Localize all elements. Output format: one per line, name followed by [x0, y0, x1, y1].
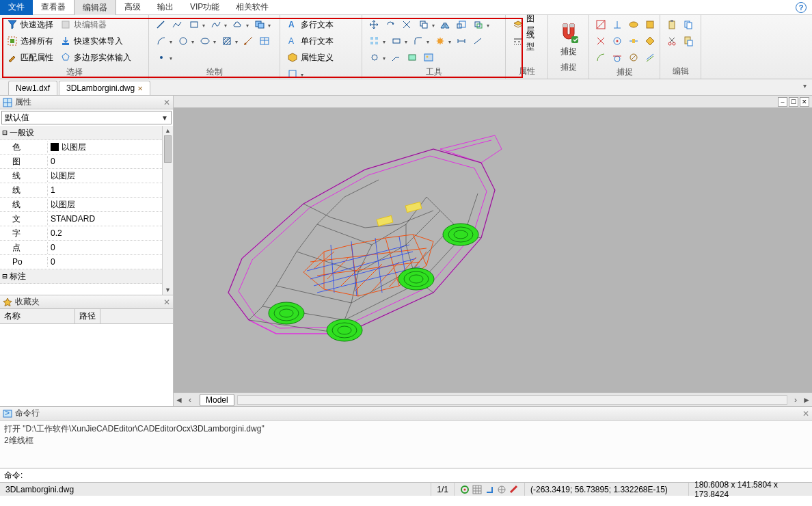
fav-col-path[interactable]: 路径: [75, 309, 100, 323]
snap-node[interactable]: [642, 17, 658, 32]
snap-qua[interactable]: [593, 34, 608, 49]
favorites-list[interactable]: [0, 324, 173, 406]
copy-tool[interactable]: ▾: [416, 17, 436, 32]
dim-linear-tool[interactable]: [454, 34, 469, 49]
fillet-tool[interactable]: ▾: [410, 34, 431, 49]
tab-close-icon[interactable]: ✕: [137, 85, 143, 92]
linetype-button[interactable]: 线型: [510, 34, 543, 49]
quick-import-button[interactable]: 快速实体导入: [57, 34, 134, 49]
snap-mid[interactable]: [610, 17, 625, 32]
menu-advanced[interactable]: 高级: [116, 0, 149, 15]
hatch-tool[interactable]: ▾: [219, 34, 239, 49]
tabs-overflow-button[interactable]: ▾: [803, 82, 807, 90]
ellipse-tool[interactable]: ▾: [197, 34, 217, 49]
cloud-tool[interactable]: ▾: [230, 17, 250, 32]
paste-button[interactable]: [664, 17, 679, 32]
command-input[interactable]: [23, 471, 808, 481]
osnap-toggle[interactable]: [460, 485, 470, 494]
trim-tool[interactable]: [399, 17, 414, 32]
region-tool[interactable]: ▾: [252, 17, 272, 32]
snap-tan[interactable]: [610, 50, 625, 65]
snap-int[interactable]: [610, 34, 625, 49]
dtext-button[interactable]: A单行文本: [284, 34, 336, 49]
cut-button[interactable]: [664, 34, 679, 49]
command-log[interactable]: 打开 "D:\工作软件\XunJieCADEditor\CADEditorOcx…: [0, 421, 812, 468]
menu-vip[interactable]: VIP功能: [182, 0, 228, 15]
move-tool[interactable]: [366, 17, 381, 32]
menu-file[interactable]: 文件: [0, 0, 33, 15]
properties-close-button[interactable]: ✕: [163, 98, 170, 107]
polyline-tool[interactable]: [170, 17, 185, 32]
viewport-minimize[interactable]: –: [778, 97, 787, 107]
point-tool[interactable]: ▾: [153, 50, 174, 65]
rect-tool[interactable]: ▾: [186, 17, 206, 32]
match-prop-button[interactable]: 匹配属性: [4, 50, 56, 65]
select-all-button[interactable]: 选择所有: [4, 34, 56, 49]
explode-tool[interactable]: ▾: [432, 34, 452, 49]
clip-paste-button[interactable]: [681, 34, 696, 49]
ortho-toggle[interactable]: [485, 485, 494, 494]
grid-toggle[interactable]: [472, 485, 482, 494]
dim-align-tool[interactable]: [470, 34, 485, 49]
menu-editor[interactable]: 编辑器: [74, 0, 116, 16]
snap-per[interactable]: [593, 50, 608, 65]
block-editor-button[interactable]: 块编辑器: [57, 17, 134, 32]
prop-row-textstyle[interactable]: 文STANDARD: [0, 212, 173, 226]
prop-row-linetype[interactable]: 线以图层: [0, 169, 173, 183]
help-icon[interactable]: ?: [796, 2, 807, 13]
poly-input-button[interactable]: 多边形实体输入: [57, 50, 134, 65]
prop-row-pointstyle[interactable]: Po0: [0, 255, 173, 269]
array-tool[interactable]: ▾: [366, 34, 387, 49]
attdef-button[interactable]: 属性定义: [284, 50, 336, 65]
prop-row-ltscale[interactable]: 线1: [0, 183, 173, 198]
scroll-up-arrow[interactable]: ▲: [163, 126, 173, 135]
tab-lamborgini[interactable]: 3DLamborgini.dwg✕: [59, 81, 150, 95]
block-tool[interactable]: [405, 50, 420, 65]
polar-toggle[interactable]: [497, 485, 506, 494]
model-viewport[interactable]: [174, 108, 812, 392]
clip-copy-button[interactable]: [681, 17, 696, 32]
stretch-tool[interactable]: ▾: [388, 34, 409, 49]
command-close-button[interactable]: ✕: [802, 409, 809, 418]
mirror-tool[interactable]: [437, 17, 452, 32]
snap-end[interactable]: [593, 17, 608, 32]
prop-row-color[interactable]: 色以图层: [0, 140, 173, 155]
scroll-down-arrow[interactable]: ▼: [163, 285, 173, 295]
prop-cat-annot[interactable]: ⊟标注: [0, 269, 173, 284]
layout-next2[interactable]: ►: [801, 395, 812, 405]
snap-ext[interactable]: [626, 34, 641, 49]
model-tab[interactable]: Model: [200, 394, 234, 406]
lwt-toggle[interactable]: [509, 485, 519, 494]
menu-output[interactable]: 输出: [149, 0, 182, 15]
viewport-hscroll[interactable]: [237, 395, 787, 405]
quick-select-button[interactable]: 快速选择: [4, 17, 56, 32]
menu-related[interactable]: 相关软件: [228, 0, 277, 15]
table-tool[interactable]: [257, 34, 272, 49]
snap-cen[interactable]: [626, 17, 641, 32]
rotate-tool[interactable]: [383, 17, 398, 32]
snap-toggle-button[interactable]: 捕捉: [552, 17, 585, 60]
menu-viewer[interactable]: 查看器: [33, 0, 74, 15]
fav-col-name[interactable]: 名称: [0, 309, 75, 323]
mtext-button[interactable]: A多行文本: [284, 17, 336, 32]
scroll-thumb[interactable]: [164, 135, 172, 163]
line-tool[interactable]: [153, 17, 168, 32]
circle-tool[interactable]: ▾: [175, 34, 195, 49]
ray-tool[interactable]: [241, 34, 256, 49]
arc-tool[interactable]: ▾: [153, 34, 174, 49]
favorites-close-button[interactable]: ✕: [163, 297, 170, 307]
leader-tool[interactable]: [388, 50, 403, 65]
snap-nea[interactable]: [626, 50, 641, 65]
prop-cat-general[interactable]: ⊟一般设: [0, 126, 173, 140]
spline-tool[interactable]: ▾: [208, 17, 228, 32]
layout-prev[interactable]: ◄: [174, 395, 185, 405]
layout-next[interactable]: ›: [790, 395, 801, 405]
snap-par[interactable]: [642, 50, 658, 65]
viewport-maximize[interactable]: ☐: [789, 97, 798, 107]
prop-row-layer[interactable]: 图0: [0, 155, 173, 169]
layout-prev2[interactable]: ‹: [185, 395, 195, 405]
offset-tool[interactable]: ▾: [470, 17, 491, 32]
dim-more-tool[interactable]: ▾: [366, 50, 387, 65]
viewport-close[interactable]: ✕: [800, 97, 809, 107]
properties-scrollbar[interactable]: ▲ ▼: [162, 126, 173, 295]
